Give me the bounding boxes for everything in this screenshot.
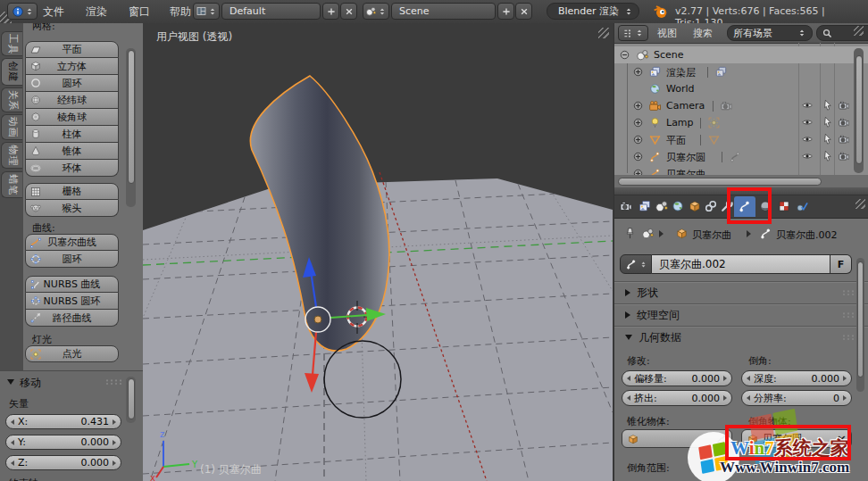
add-bezier-circle-button[interactable]: 圆环: [25, 251, 119, 268]
selectability-cursor-icon[interactable]: [822, 116, 834, 129]
add-uv-sphere-button[interactable]: 经纬球: [25, 92, 119, 109]
add-nurbs-circle-button[interactable]: NURBS 圆环: [25, 293, 119, 310]
editor-corner-grip[interactable]: [598, 28, 609, 38]
renderability-camera-icon[interactable]: [838, 99, 850, 112]
expand-icon[interactable]: [632, 151, 644, 162]
add-point-lamp-button[interactable]: 点光: [25, 345, 119, 362]
tab-grease-pencil[interactable]: 蜡笔: [1, 171, 22, 198]
tab-constraints[interactable]: [703, 198, 719, 214]
move-z-field[interactable]: Z:0.000: [5, 455, 121, 470]
outliner-menu-search[interactable]: 搜索: [693, 27, 713, 40]
add-torus-button[interactable]: 环体: [25, 160, 119, 177]
add-grid-button[interactable]: 栅格: [25, 183, 119, 200]
panel-header-shape[interactable]: 形状: [614, 284, 868, 302]
info-editor-button[interactable]: [7, 3, 38, 20]
tab-texture[interactable]: [776, 198, 792, 214]
tab-tools[interactable]: 工具: [1, 31, 22, 56]
move-panel-scrollbar[interactable]: [126, 377, 136, 423]
collapse-icon[interactable]: [619, 49, 630, 61]
expand-icon[interactable]: [632, 66, 644, 78]
visibility-eye-icon[interactable]: [801, 133, 814, 145]
breadcrumb-data-name[interactable]: 贝塞尔曲.002: [776, 228, 838, 242]
add-nurbs-curve-button[interactable]: NURBS 曲线: [25, 276, 119, 293]
editor-corner-grip[interactable]: [854, 26, 864, 36]
expand-icon[interactable]: [632, 100, 644, 112]
add-layout-button[interactable]: [322, 3, 339, 20]
properties-scrollbar[interactable]: [856, 258, 864, 392]
eyedropper-icon[interactable]: [715, 433, 727, 444]
visibility-eye-icon[interactable]: [801, 150, 814, 162]
menu-help[interactable]: 帮助: [170, 4, 191, 20]
add-plane-button[interactable]: 平面: [25, 41, 119, 58]
outliner-row-scene[interactable]: Scene: [614, 46, 868, 63]
tab-physics[interactable]: [794, 198, 810, 214]
add-bezier-curve-button[interactable]: 贝塞尔曲线: [25, 234, 119, 251]
tab-material[interactable]: [757, 198, 773, 214]
delete-scene-button[interactable]: [515, 3, 532, 20]
tab-render-layers[interactable]: [637, 198, 653, 214]
lamp-data-icon[interactable]: [707, 116, 721, 129]
selectability-cursor-icon[interactable]: [822, 133, 834, 145]
curve-data-icon[interactable]: [729, 150, 742, 163]
panel-header-geometry[interactable]: 几何数据: [614, 328, 868, 346]
outliner-scrollbar[interactable]: [854, 48, 864, 173]
add-scene-button[interactable]: [497, 3, 514, 20]
tab-modifiers[interactable]: [719, 198, 735, 214]
tab-animation[interactable]: 动画: [1, 114, 22, 140]
add-ico-sphere-button[interactable]: 棱角球: [25, 109, 119, 126]
panel-grip-icon[interactable]: [105, 378, 121, 386]
pin-icon[interactable]: [623, 227, 637, 240]
outliner-row-bezier-circle[interactable]: 贝塞尔圆: [614, 148, 868, 165]
outliner-row-lamp[interactable]: Lamp: [614, 114, 868, 131]
viewport-3d[interactable]: z Y x 用户视图 (透视) (1) 贝塞尔曲: [143, 23, 613, 481]
tab-object-data[interactable]: [737, 198, 753, 214]
outliner-menu-view[interactable]: 视图: [657, 27, 677, 40]
render-layers-icon[interactable]: [714, 65, 728, 79]
object-origin-point[interactable]: [314, 316, 321, 323]
outliner-horizontal-scrollbar[interactable]: [614, 175, 868, 187]
renderability-camera-icon[interactable]: [838, 150, 850, 162]
screen-layout-button[interactable]: [193, 3, 220, 20]
editor-corner-grip[interactable]: [855, 199, 865, 209]
add-cylinder-button[interactable]: 柱体: [25, 126, 119, 143]
selectability-cursor-icon[interactable]: [822, 150, 834, 162]
delete-layout-button[interactable]: [340, 3, 357, 20]
panel-header-texture-space[interactable]: 纹理空间: [614, 306, 868, 324]
offset-field[interactable]: 偏移量:0.000: [622, 370, 732, 386]
menu-file[interactable]: 文件: [43, 4, 64, 20]
outliner-row-plane[interactable]: 平面: [614, 131, 868, 148]
fake-user-button[interactable]: F: [830, 254, 852, 274]
selectability-cursor-icon[interactable]: [822, 99, 834, 112]
move-y-field[interactable]: Y:0.000: [5, 435, 121, 450]
outliner-row-camera[interactable]: Camera: [614, 97, 868, 114]
tab-world[interactable]: [670, 198, 686, 214]
add-circle-button[interactable]: 圆环: [25, 75, 119, 92]
add-path-curve-button[interactable]: 路径曲线: [25, 310, 119, 327]
menu-render[interactable]: 渲染: [86, 4, 107, 20]
breadcrumb-object-name[interactable]: 贝塞尔曲: [692, 228, 731, 242]
visibility-eye-icon[interactable]: [801, 116, 814, 129]
screen-layout-field[interactable]: Default: [221, 3, 321, 20]
outliner-filter-select[interactable]: 所有场景: [727, 25, 813, 41]
tab-create[interactable]: 创建: [1, 58, 22, 86]
outliner-row-world[interactable]: World: [614, 80, 868, 97]
tab-render[interactable]: [618, 198, 634, 214]
add-cone-button[interactable]: 锥体: [25, 143, 119, 160]
clear-icon[interactable]: ×: [837, 433, 847, 444]
camera-data-icon[interactable]: [720, 99, 733, 112]
menu-window[interactable]: 窗口: [129, 4, 150, 20]
render-engine-select[interactable]: Blender 渲染: [547, 3, 639, 20]
outliner-editor-type-button[interactable]: [618, 25, 648, 41]
scene-name-field[interactable]: Scene: [391, 3, 496, 20]
tab-physics[interactable]: 物理: [1, 142, 22, 169]
extrude-field[interactable]: 挤出:0.000: [622, 390, 732, 406]
move-x-field[interactable]: X:0.431: [5, 414, 121, 429]
tab-object[interactable]: [687, 198, 703, 214]
taper-object-select[interactable]: [622, 429, 732, 448]
expand-icon[interactable]: [632, 117, 644, 129]
visibility-eye-icon[interactable]: [801, 99, 814, 112]
add-cube-button[interactable]: 立方体: [25, 58, 119, 75]
datablock-browse-button[interactable]: [620, 254, 652, 274]
expand-icon[interactable]: [632, 134, 644, 145]
depth-field[interactable]: 深度:0.000: [741, 370, 852, 386]
